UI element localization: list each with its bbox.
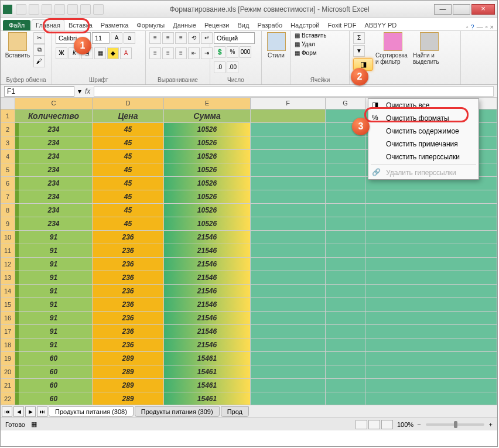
autosum-icon[interactable]: Σ: [353, 32, 365, 44]
cell-D3[interactable]: 45: [93, 136, 164, 150]
row-header-1[interactable]: 1: [1, 110, 15, 123]
cell-F12[interactable]: [251, 258, 326, 271]
cell-C18[interactable]: 91: [15, 338, 93, 352]
align-center-icon[interactable]: ≡: [162, 47, 174, 59]
doc-min-icon[interactable]: —: [477, 23, 483, 30]
cell-E9[interactable]: 10526: [164, 217, 251, 231]
cell-C3[interactable]: 234: [15, 136, 93, 150]
cell-C5[interactable]: 234: [15, 163, 93, 177]
qat-open-icon[interactable]: [67, 4, 78, 15]
cell-D15[interactable]: 236: [93, 298, 164, 312]
cell-F13[interactable]: [251, 271, 326, 285]
cell-E13[interactable]: 21546: [164, 271, 251, 285]
cell-F18[interactable]: [251, 338, 326, 352]
cell-G15[interactable]: [326, 298, 365, 312]
cell-D13[interactable]: 236: [93, 271, 164, 285]
cell-F9[interactable]: [251, 217, 326, 231]
cell-E7[interactable]: 10526: [164, 190, 251, 204]
tab-home[interactable]: Главная: [32, 19, 64, 30]
cell-E2[interactable]: 10526: [164, 123, 251, 136]
row-header-21[interactable]: 21: [1, 379, 15, 392]
fill-icon[interactable]: ▼: [353, 45, 365, 57]
cell-E1[interactable]: Сумма: [164, 110, 251, 123]
help-icon[interactable]: ?: [471, 23, 474, 30]
cell-F16[interactable]: [251, 312, 326, 325]
cell-G18[interactable]: [326, 338, 365, 352]
row-header-8[interactable]: 8: [1, 204, 15, 217]
zoom-slider[interactable]: [426, 423, 484, 426]
row-header-11[interactable]: 11: [1, 244, 15, 258]
cell-D7[interactable]: 45: [93, 190, 164, 204]
fill-color-icon[interactable]: ◆: [107, 47, 119, 59]
cell-C17[interactable]: 91: [15, 325, 93, 338]
cell-C10[interactable]: 91: [15, 231, 93, 244]
doc-close-icon[interactable]: ×: [490, 23, 494, 30]
zoom-in-button[interactable]: +: [489, 421, 493, 428]
sheet-nav-first[interactable]: ⏮: [2, 406, 12, 417]
view-break-icon[interactable]: [381, 420, 393, 429]
tab-review[interactable]: Рецензи: [200, 19, 234, 30]
row-header-10[interactable]: 10: [1, 231, 15, 244]
align-right-icon[interactable]: ≡: [175, 47, 187, 59]
cell-C22[interactable]: 60: [15, 392, 93, 405]
tab-dev[interactable]: Разрабо: [253, 19, 286, 30]
cell-F5[interactable]: [251, 163, 326, 177]
cell-C2[interactable]: 234: [15, 123, 93, 136]
cell-G13[interactable]: [326, 271, 365, 285]
row-header-20[interactable]: 20: [1, 365, 15, 379]
cell-G22[interactable]: [326, 392, 365, 405]
name-box-dropdown-icon[interactable]: ▾: [78, 87, 81, 95]
cell-F10[interactable]: [251, 231, 326, 244]
cell-E20[interactable]: 15461: [164, 365, 251, 379]
col-header-D[interactable]: D: [93, 98, 164, 110]
fx-icon[interactable]: fx: [85, 87, 90, 95]
cell-G5[interactable]: [326, 163, 365, 177]
cell-F11[interactable]: [251, 244, 326, 258]
cell-D22[interactable]: 289: [93, 392, 164, 405]
cell-E16[interactable]: 21546: [164, 312, 251, 325]
cell-D18[interactable]: 236: [93, 338, 164, 352]
cell-G9[interactable]: [326, 217, 365, 231]
tab-foxit[interactable]: Foxit PDF: [324, 19, 361, 30]
ribbon-minimize-icon[interactable]: ◦: [466, 23, 469, 30]
copy-icon[interactable]: ⧉: [33, 44, 45, 56]
col-header-F[interactable]: F: [251, 98, 326, 110]
align-left-icon[interactable]: ≡: [149, 47, 161, 59]
cell-E12[interactable]: 21546: [164, 258, 251, 271]
cell-E4[interactable]: 10526: [164, 150, 251, 163]
cell-F21[interactable]: [251, 379, 326, 392]
qat-new-icon[interactable]: [54, 4, 65, 15]
sheet-tab-1[interactable]: Продукты питания (308): [49, 406, 134, 417]
sheet-tab-2[interactable]: Продукты питания (309): [135, 406, 220, 417]
cell-G4[interactable]: [326, 150, 365, 163]
cell-C14[interactable]: 91: [15, 285, 93, 298]
row-header-12[interactable]: 12: [1, 258, 15, 271]
cell-C16[interactable]: 91: [15, 312, 93, 325]
cell-C6[interactable]: 234: [15, 177, 93, 190]
row-header-16[interactable]: 16: [1, 312, 15, 325]
cell-F3[interactable]: [251, 136, 326, 150]
menu-clear-formats[interactable]: %Очистить форматы: [368, 112, 479, 125]
cell-F17[interactable]: [251, 325, 326, 338]
menu-clear-all[interactable]: ◨Очистить все: [368, 99, 479, 112]
borders-icon[interactable]: ▦: [94, 47, 106, 59]
styles-button[interactable]: Стили: [265, 32, 287, 59]
cell-G8[interactable]: [326, 204, 365, 217]
tab-insert[interactable]: Вставка: [64, 19, 97, 30]
cells-delete-button[interactable]: ▦Удал: [295, 41, 315, 47]
sort-filter-button[interactable]: Сортировка и фильтр: [375, 32, 411, 65]
formula-input[interactable]: [94, 86, 494, 97]
row-header-6[interactable]: 6: [1, 177, 15, 190]
cell-E14[interactable]: 21546: [164, 285, 251, 298]
tab-formulas[interactable]: Формулы: [132, 19, 169, 30]
cell-G17[interactable]: [326, 325, 365, 338]
cell-E5[interactable]: 10526: [164, 163, 251, 177]
cell-D1[interactable]: Цена: [93, 110, 164, 123]
zoom-out-button[interactable]: −: [417, 421, 421, 428]
row-header-4[interactable]: 4: [1, 150, 15, 163]
cell-F14[interactable]: [251, 285, 326, 298]
paste-button[interactable]: Вставить: [4, 32, 31, 59]
cell-D2[interactable]: 45: [93, 123, 164, 136]
cell-C7[interactable]: 234: [15, 190, 93, 204]
cell-C11[interactable]: 91: [15, 244, 93, 258]
